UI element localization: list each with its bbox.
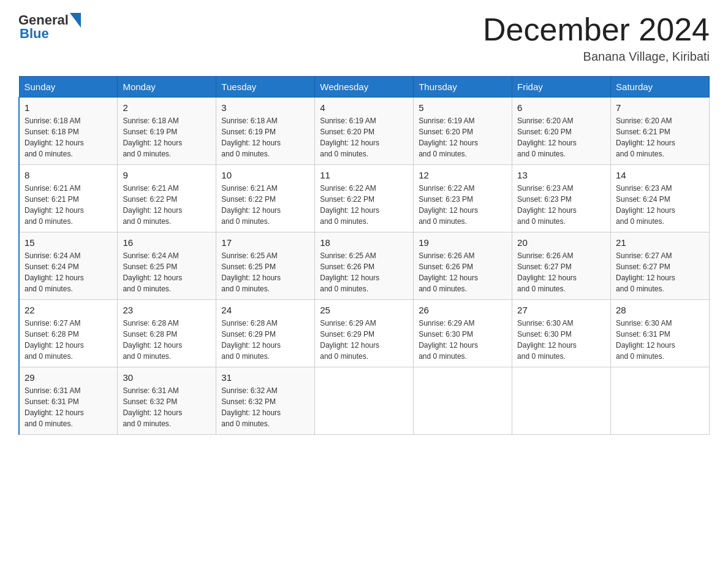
day-info: Sunrise: 6:30 AMSunset: 6:30 PMDaylight:… <box>517 319 577 361</box>
day-number: 8 <box>25 170 112 180</box>
day-info: Sunrise: 6:22 AMSunset: 6:23 PMDaylight:… <box>419 184 478 226</box>
calendar-cell: 22 Sunrise: 6:27 AMSunset: 6:28 PMDaylig… <box>19 300 118 367</box>
col-wednesday: Wednesday <box>315 77 414 98</box>
day-number: 31 <box>221 372 309 383</box>
header-row: Sunday Monday Tuesday Wednesday Thursday… <box>19 77 710 98</box>
col-monday: Monday <box>118 77 216 98</box>
day-info: Sunrise: 6:30 AMSunset: 6:31 PMDaylight:… <box>616 319 675 361</box>
calendar-cell <box>611 367 710 435</box>
day-number: 30 <box>123 372 211 383</box>
day-info: Sunrise: 6:19 AMSunset: 6:20 PMDaylight:… <box>419 117 478 158</box>
logo: General Blue <box>18 12 81 42</box>
day-number: 3 <box>221 102 309 113</box>
calendar-cell: 9 Sunrise: 6:21 AMSunset: 6:22 PMDayligh… <box>118 165 216 232</box>
calendar-cell: 17 Sunrise: 6:25 AMSunset: 6:25 PMDaylig… <box>216 232 315 300</box>
day-info: Sunrise: 6:19 AMSunset: 6:20 PMDaylight:… <box>320 117 379 158</box>
page-header: General Blue December 2024 Banana Villag… <box>18 12 710 64</box>
day-number: 11 <box>320 170 408 180</box>
day-number: 28 <box>616 305 704 315</box>
calendar-cell: 20 Sunrise: 6:26 AMSunset: 6:27 PMDaylig… <box>512 232 611 300</box>
day-info: Sunrise: 6:25 AMSunset: 6:25 PMDaylight:… <box>221 251 281 293</box>
col-tuesday: Tuesday <box>216 77 315 98</box>
month-title: December 2024 <box>483 12 710 47</box>
title-block: December 2024 Banana Village, Kiribati <box>483 12 710 64</box>
location-subtitle: Banana Village, Kiribati <box>483 50 710 64</box>
day-info: Sunrise: 6:25 AMSunset: 6:26 PMDaylight:… <box>320 251 379 293</box>
day-number: 9 <box>123 170 211 180</box>
calendar-cell: 19 Sunrise: 6:26 AMSunset: 6:26 PMDaylig… <box>414 232 512 300</box>
day-number: 19 <box>419 237 507 248</box>
day-info: Sunrise: 6:28 AMSunset: 6:29 PMDaylight:… <box>221 319 281 361</box>
day-number: 2 <box>123 102 211 113</box>
col-thursday: Thursday <box>414 77 512 98</box>
day-number: 17 <box>221 237 309 248</box>
calendar-cell: 6 Sunrise: 6:20 AMSunset: 6:20 PMDayligh… <box>512 98 611 165</box>
day-info: Sunrise: 6:31 AMSunset: 6:32 PMDaylight:… <box>123 386 182 428</box>
day-info: Sunrise: 6:29 AMSunset: 6:30 PMDaylight:… <box>419 319 478 361</box>
calendar-cell: 21 Sunrise: 6:27 AMSunset: 6:27 PMDaylig… <box>611 232 710 300</box>
calendar-cell: 1 Sunrise: 6:18 AMSunset: 6:18 PMDayligh… <box>19 98 118 165</box>
day-number: 22 <box>25 305 112 315</box>
calendar-cell: 2 Sunrise: 6:18 AMSunset: 6:19 PMDayligh… <box>118 98 216 165</box>
day-number: 4 <box>320 102 408 113</box>
calendar-cell <box>414 367 512 435</box>
day-number: 12 <box>419 170 507 180</box>
calendar-row-2: 8 Sunrise: 6:21 AMSunset: 6:21 PMDayligh… <box>19 165 710 232</box>
calendar-table: Sunday Monday Tuesday Wednesday Thursday… <box>18 76 710 435</box>
calendar-row-1: 1 Sunrise: 6:18 AMSunset: 6:18 PMDayligh… <box>19 98 710 165</box>
calendar-cell: 13 Sunrise: 6:23 AMSunset: 6:23 PMDaylig… <box>512 165 611 232</box>
calendar-cell: 16 Sunrise: 6:24 AMSunset: 6:25 PMDaylig… <box>118 232 216 300</box>
calendar-cell: 11 Sunrise: 6:22 AMSunset: 6:22 PMDaylig… <box>315 165 414 232</box>
calendar-cell: 23 Sunrise: 6:28 AMSunset: 6:28 PMDaylig… <box>118 300 216 367</box>
calendar-cell: 10 Sunrise: 6:21 AMSunset: 6:22 PMDaylig… <box>216 165 315 232</box>
calendar-cell: 14 Sunrise: 6:23 AMSunset: 6:24 PMDaylig… <box>611 165 710 232</box>
calendar-cell: 24 Sunrise: 6:28 AMSunset: 6:29 PMDaylig… <box>216 300 315 367</box>
day-info: Sunrise: 6:20 AMSunset: 6:20 PMDaylight:… <box>517 117 577 158</box>
calendar-row-5: 29 Sunrise: 6:31 AMSunset: 6:31 PMDaylig… <box>19 367 710 435</box>
day-info: Sunrise: 6:18 AMSunset: 6:19 PMDaylight:… <box>221 117 281 158</box>
day-number: 5 <box>419 102 507 113</box>
calendar-cell: 12 Sunrise: 6:22 AMSunset: 6:23 PMDaylig… <box>414 165 512 232</box>
calendar-cell: 31 Sunrise: 6:32 AMSunset: 6:32 PMDaylig… <box>216 367 315 435</box>
day-info: Sunrise: 6:29 AMSunset: 6:29 PMDaylight:… <box>320 319 379 361</box>
col-friday: Friday <box>512 77 611 98</box>
calendar-cell: 18 Sunrise: 6:25 AMSunset: 6:26 PMDaylig… <box>315 232 414 300</box>
calendar-cell: 7 Sunrise: 6:20 AMSunset: 6:21 PMDayligh… <box>611 98 710 165</box>
calendar-cell: 4 Sunrise: 6:19 AMSunset: 6:20 PMDayligh… <box>315 98 414 165</box>
day-number: 18 <box>320 237 408 248</box>
calendar-row-4: 22 Sunrise: 6:27 AMSunset: 6:28 PMDaylig… <box>19 300 710 367</box>
col-saturday: Saturday <box>611 77 710 98</box>
calendar-cell: 25 Sunrise: 6:29 AMSunset: 6:29 PMDaylig… <box>315 300 414 367</box>
day-info: Sunrise: 6:21 AMSunset: 6:22 PMDaylight:… <box>221 184 281 226</box>
day-number: 27 <box>517 305 605 315</box>
col-sunday: Sunday <box>19 77 118 98</box>
logo-wrapper: General Blue <box>18 12 81 42</box>
day-number: 20 <box>517 237 605 248</box>
day-info: Sunrise: 6:23 AMSunset: 6:24 PMDaylight:… <box>616 184 675 226</box>
day-number: 25 <box>320 305 408 315</box>
day-number: 14 <box>616 170 704 180</box>
day-info: Sunrise: 6:22 AMSunset: 6:22 PMDaylight:… <box>320 184 379 226</box>
logo-blue-text: Blue <box>18 26 81 42</box>
day-number: 13 <box>517 170 605 180</box>
day-info: Sunrise: 6:20 AMSunset: 6:21 PMDaylight:… <box>616 117 675 158</box>
calendar-row-3: 15 Sunrise: 6:24 AMSunset: 6:24 PMDaylig… <box>19 232 710 300</box>
day-info: Sunrise: 6:23 AMSunset: 6:23 PMDaylight:… <box>517 184 577 226</box>
calendar-cell <box>512 367 611 435</box>
day-number: 10 <box>221 170 309 180</box>
day-info: Sunrise: 6:18 AMSunset: 6:19 PMDaylight:… <box>123 117 182 158</box>
day-number: 6 <box>517 102 605 113</box>
day-info: Sunrise: 6:26 AMSunset: 6:27 PMDaylight:… <box>517 251 577 293</box>
day-info: Sunrise: 6:32 AMSunset: 6:32 PMDaylight:… <box>221 386 281 428</box>
calendar-cell: 28 Sunrise: 6:30 AMSunset: 6:31 PMDaylig… <box>611 300 710 367</box>
day-info: Sunrise: 6:31 AMSunset: 6:31 PMDaylight:… <box>25 386 84 428</box>
calendar-cell: 27 Sunrise: 6:30 AMSunset: 6:30 PMDaylig… <box>512 300 611 367</box>
day-info: Sunrise: 6:21 AMSunset: 6:21 PMDaylight:… <box>25 184 84 226</box>
calendar-cell: 5 Sunrise: 6:19 AMSunset: 6:20 PMDayligh… <box>414 98 512 165</box>
calendar-cell: 30 Sunrise: 6:31 AMSunset: 6:32 PMDaylig… <box>118 367 216 435</box>
calendar-cell: 3 Sunrise: 6:18 AMSunset: 6:19 PMDayligh… <box>216 98 315 165</box>
day-info: Sunrise: 6:18 AMSunset: 6:18 PMDaylight:… <box>25 117 84 158</box>
day-info: Sunrise: 6:21 AMSunset: 6:22 PMDaylight:… <box>123 184 182 226</box>
calendar-cell <box>315 367 414 435</box>
day-number: 23 <box>123 305 211 315</box>
